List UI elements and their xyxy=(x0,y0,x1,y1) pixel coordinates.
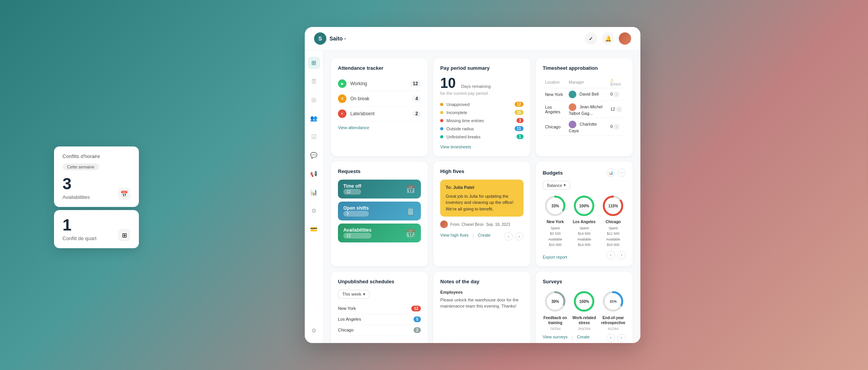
budgets-prev[interactable]: ‹ xyxy=(606,251,615,259)
missing-label: Missing time entries xyxy=(446,118,484,123)
notes-title: Notes of the day xyxy=(440,279,523,284)
survey-sub-retro: 81/264 xyxy=(601,327,626,331)
survey-item-retro: 31% End-of-year retrospective 81/264 xyxy=(601,290,626,331)
budgets-chart-btn[interactable]: 📊 xyxy=(606,168,615,177)
survey-label-training: Feedback on training xyxy=(543,315,568,325)
ts-action-chicago[interactable]: › xyxy=(614,124,619,130)
attendance-row-working: ▶ Working 12 xyxy=(338,76,421,91)
ts-action-ny[interactable]: › xyxy=(614,92,619,97)
highfive-from: From: Chanel Biron Sep. 18, 2023 xyxy=(440,220,523,228)
view-surveys-link[interactable]: View surveys xyxy=(543,335,568,341)
sidebar-item-settings[interactable]: ⚙ xyxy=(308,325,320,337)
attendance-card: Attendance tracker ▶ Working 12 ⏸ On bre… xyxy=(331,58,428,156)
radius-label: Outside radius xyxy=(446,126,474,131)
bell-button[interactable]: 🔔 xyxy=(602,32,614,45)
topbar: S Saito ▾ ✓ 🔔 xyxy=(305,27,640,50)
highfive-nav: ‹ › xyxy=(504,232,524,240)
create-survey-link[interactable]: Create xyxy=(577,335,589,341)
sidebar-item-card[interactable]: 💳 xyxy=(308,223,320,235)
shift-count: 1 xyxy=(62,217,96,233)
sidebar-item-chart[interactable]: 📊 xyxy=(308,186,320,198)
sidebar-item-list[interactable]: ☰ xyxy=(308,75,320,87)
attendance-title: Attendance tracker xyxy=(338,65,421,71)
sender-avatar xyxy=(440,220,448,228)
check-button[interactable]: ✓ xyxy=(585,32,597,45)
sidebar-item-org[interactable]: ⚙ xyxy=(308,205,320,217)
openshifts-icon: 📋 xyxy=(406,207,415,216)
notes-card: Notes of the day Employees Please unlock… xyxy=(433,272,530,343)
highfive-text: Great job to Julia for updating the inve… xyxy=(446,193,518,212)
working-icon: ▶ xyxy=(338,79,346,88)
highfive-prev[interactable]: ‹ xyxy=(504,232,513,240)
ts-errors-chicago: 0 › xyxy=(608,118,626,136)
sidebar-item-circle[interactable]: ◎ xyxy=(308,94,320,106)
sidebar-item-home[interactable]: ⊞ xyxy=(308,57,320,69)
pay-row-radius: Outside radius 11 xyxy=(440,124,523,133)
schedule-badge-la: 5 xyxy=(414,316,421,322)
ts-action-la[interactable]: › xyxy=(616,107,622,112)
ts-location-la: Los Angeles xyxy=(543,101,567,118)
sidebar-item-chat[interactable]: 💬 xyxy=(308,149,320,161)
ts-header-manager: Manager xyxy=(566,76,608,88)
week-filter-btn[interactable]: This week ▾ xyxy=(338,290,370,299)
export-report-link[interactable]: Export report xyxy=(543,255,567,259)
break-icon: ⏸ xyxy=(338,94,346,103)
budget-pct-chicago: 115% xyxy=(608,204,618,208)
app-logo: S xyxy=(314,32,326,45)
working-count: 12 xyxy=(410,80,421,87)
unpublished-title: Unpublished schedules xyxy=(338,279,421,284)
highfive-message: To: Julia Patel Great job to Julia for u… xyxy=(440,180,523,217)
budget-filter-btn[interactable]: Balance ▾ xyxy=(543,181,571,190)
create-highfive-link[interactable]: Create xyxy=(478,233,491,240)
surveys-card: Surveys 30% Feedback on training 79/264 xyxy=(536,272,633,343)
ts-errors-ny: 0 › xyxy=(608,88,626,101)
view-highfives-link[interactable]: View high fives xyxy=(440,233,468,240)
openshifts-label: Open shifts xyxy=(343,205,369,211)
budgets-next[interactable]: › xyxy=(617,251,626,259)
availabilities-count: 3 xyxy=(62,176,90,192)
budget-loc-la: Los Angeles xyxy=(572,220,597,224)
budget-spent-la: $14 500 xyxy=(572,231,597,236)
ts-manager-ny: David Bell xyxy=(566,88,608,101)
survey-circle-stress: 100% xyxy=(572,290,596,313)
error-triangle-icon: ⚠ xyxy=(610,78,614,82)
ts-manager-la: Jean-Michel Talbot Gag... xyxy=(566,101,608,118)
budget-pct-la: 100% xyxy=(579,204,589,208)
notes-content: Please unlock the warehouse door for the… xyxy=(440,297,523,309)
schedule-row-chicago: Chicago 2 xyxy=(338,325,421,336)
openshifts-badge: 3 xyxy=(343,211,369,217)
incomplete-label: Incomplete xyxy=(446,110,467,115)
sidebar-item-tasks[interactable]: ☑ xyxy=(308,131,320,143)
attendance-row-late: ✕ Late/absent 2 xyxy=(338,106,421,121)
surveys-nav: ‹ › xyxy=(606,334,626,342)
user-avatar[interactable] xyxy=(619,32,631,45)
pay-row-missing: Missing time entries 3 xyxy=(440,116,523,124)
notes-section: Employees xyxy=(440,290,523,294)
content-area: Attendance tracker ▶ Working 12 ⏸ On bre… xyxy=(323,50,640,343)
sender-name: From: Chanel Biron xyxy=(450,222,484,227)
conflict-filter[interactable]: Cette semaine xyxy=(62,163,99,170)
budget-detail-ny: Spent $3 333 Available $10 000 xyxy=(543,225,568,248)
sidebar-item-announce[interactable]: 📢 xyxy=(308,168,320,180)
budget-detail-la: Spent $14 500 Available $14 500 xyxy=(572,225,597,248)
budget-pct-ny: 33% xyxy=(551,204,559,208)
survey-label-retro: End-of-year retrospective xyxy=(601,315,626,325)
timesheet-card: Timesheet approbation Location Manager ⚠… xyxy=(536,58,633,156)
survey-item-training: 30% Feedback on training 79/264 xyxy=(543,290,568,331)
schedule-loc-ny: New York xyxy=(338,306,411,311)
availabilities-label: Availabilities xyxy=(62,194,90,200)
budgets-more-btn[interactable]: ⋯ xyxy=(617,168,626,177)
request-timeoff[interactable]: Time off 12 📅 xyxy=(338,180,421,198)
view-timesheets-link[interactable]: View timesheets xyxy=(440,145,523,149)
highfive-next[interactable]: › xyxy=(515,232,524,240)
pay-days-number: 10 xyxy=(440,76,456,90)
request-availabilities[interactable]: Availabilities 12 📆 xyxy=(338,224,421,242)
radius-count: 11 xyxy=(515,126,524,131)
surveys-prev[interactable]: ‹ xyxy=(606,334,615,342)
surveys-next[interactable]: › xyxy=(617,334,626,342)
request-openshifts[interactable]: Open shifts 3 📋 xyxy=(338,202,421,220)
sidebar-item-people[interactable]: 👥 xyxy=(308,112,320,124)
ts-row-chicago: Chicago Charlotte Caya 0 › xyxy=(543,118,626,136)
view-attendance-link[interactable]: View attendance xyxy=(338,125,421,130)
survey-label-stress: Work-related stress xyxy=(572,315,597,325)
